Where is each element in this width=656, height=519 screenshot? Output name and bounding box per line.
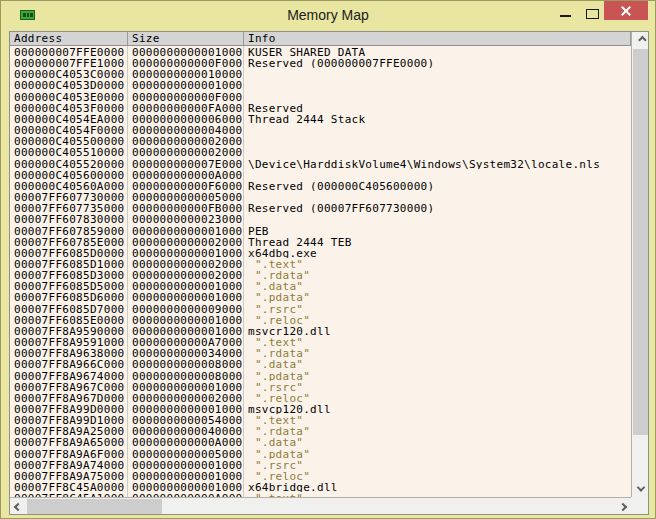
table-row[interactable]: 00007FF6085D60000000000000001000 ".pdata… bbox=[10, 291, 631, 302]
table-row[interactable]: 00007FF8A9A740000000000000001000 ".rsrc" bbox=[10, 459, 631, 470]
minimize-button[interactable] bbox=[560, 15, 571, 17]
table-row[interactable]: 000000C405600000000000000000A000 bbox=[10, 169, 631, 180]
scroll-down-button[interactable] bbox=[633, 481, 648, 497]
table-row[interactable]: 00007FF8A967D0000000000000002000 ".reloc… bbox=[10, 392, 631, 403]
table-row[interactable]: 000000007FFE00000000000000001000KUSER_SH… bbox=[10, 46, 631, 57]
table-row[interactable]: 00007FF8A9A250000000000000040000 ".rdata… bbox=[10, 425, 631, 436]
address-cell: 000000C4054EA000 bbox=[10, 113, 128, 124]
table-row[interactable]: 00007FF8A95900000000000000001000msvcr120… bbox=[10, 325, 631, 336]
table-row[interactable]: 00007FF8A9A6F0000000000000005000 ".pdata… bbox=[10, 448, 631, 459]
size-cell: 0000000000001000 bbox=[128, 247, 244, 258]
info-cell: ".reloc" bbox=[244, 314, 631, 325]
table-row[interactable]: 00007FF8A99D00000000000000001000msvcp120… bbox=[10, 403, 631, 414]
size-cell: 0000000000001000 bbox=[128, 79, 244, 90]
size-cell: 0000000000009000 bbox=[128, 303, 244, 314]
table-row[interactable]: 00007FF6085D30000000000000002000 ".rdata… bbox=[10, 269, 631, 280]
table-row[interactable]: 00007FF8A96740000000000000008000 ".pdata… bbox=[10, 370, 631, 381]
table-row[interactable]: 00007FF6085D00000000000000001000x64dbg.e… bbox=[10, 247, 631, 258]
column-header-size[interactable]: Size bbox=[128, 32, 244, 45]
info-cell: ".text" bbox=[244, 414, 631, 425]
table-row[interactable]: 000000C4054EA0000000000000006000Thread 2… bbox=[10, 113, 631, 124]
table-row[interactable]: 00007FF6077300000000000000005000 bbox=[10, 191, 631, 202]
table-row[interactable]: 00007FF8A99D10000000000000054000 ".text" bbox=[10, 414, 631, 425]
info-cell: ".rdata" bbox=[244, 425, 631, 436]
table-row[interactable]: 000000C4053D00000000000000001000 bbox=[10, 79, 631, 90]
size-cell: 00000000000F6000 bbox=[128, 180, 244, 191]
info-cell bbox=[244, 146, 631, 157]
address-cell: 00007FF6085D5000 bbox=[10, 280, 128, 291]
size-cell: 0000000000040000 bbox=[128, 425, 244, 436]
size-cell: 0000000000004000 bbox=[128, 124, 244, 135]
info-cell: PEB bbox=[244, 225, 631, 236]
table-row[interactable]: 00007FF8A966C0000000000000008000 ".data" bbox=[10, 358, 631, 369]
table-row[interactable]: 000000C4055100000000000000002000 bbox=[10, 146, 631, 157]
size-cell: 000000000000A000 bbox=[128, 169, 244, 180]
scroll-up-button[interactable] bbox=[633, 32, 648, 48]
chevron-right-icon bbox=[619, 502, 627, 510]
address-cell: 000000C405510000 bbox=[10, 146, 128, 157]
size-cell: 0000000000002000 bbox=[128, 135, 244, 146]
table-row[interactable]: 00007FF6078300000000000000023000 bbox=[10, 213, 631, 224]
column-header-info[interactable]: Info bbox=[244, 32, 631, 45]
table-row[interactable]: 00007FF8A96380000000000000034000 ".rdata… bbox=[10, 347, 631, 358]
table-row[interactable]: 00007FF6085D10000000000000002000 ".text" bbox=[10, 258, 631, 269]
address-cell: 000000007FFE0000 bbox=[10, 46, 128, 57]
close-button[interactable] bbox=[604, 1, 648, 20]
info-cell: Reserved (000000C405600000) bbox=[244, 180, 631, 191]
address-cell: 00007FF8A967C000 bbox=[10, 381, 128, 392]
horizontal-scrollbar[interactable] bbox=[10, 497, 631, 514]
info-cell: ".data" bbox=[244, 280, 631, 291]
address-cell: 000000C4053D0000 bbox=[10, 79, 128, 90]
address-cell: 000000007FFE1000 bbox=[10, 57, 128, 68]
table-row[interactable]: 00007FF60773500000000000000FB000Reserved… bbox=[10, 202, 631, 213]
address-cell: 00007FF60785E000 bbox=[10, 236, 128, 247]
address-cell: 00007FF607730000 bbox=[10, 191, 128, 202]
table-row[interactable]: 00007FF6078590000000000000001000PEB bbox=[10, 225, 631, 236]
table-row[interactable]: 00007FF8A959100000000000000A7000 ".text" bbox=[10, 336, 631, 347]
table-row[interactable]: 00007FF8A9A65000000000000000A000 ".data" bbox=[10, 436, 631, 447]
table-row[interactable]: 00007FF8A9A750000000000000001000 ".reloc… bbox=[10, 470, 631, 481]
info-cell bbox=[244, 213, 631, 224]
address-cell: 00007FF8A9591000 bbox=[10, 336, 128, 347]
table-row[interactable]: 00007FF8A967C0000000000000001000 ".rsrc" bbox=[10, 381, 631, 392]
info-cell bbox=[244, 135, 631, 146]
horizontal-scrollbar-thumb[interactable] bbox=[27, 499, 162, 514]
maximize-button[interactable] bbox=[586, 9, 599, 19]
info-cell: x64bridge.dll bbox=[244, 481, 631, 492]
table-row[interactable]: 000000C4053E0000000000000000F000 bbox=[10, 91, 631, 102]
table-row[interactable]: 000000C4055000000000000000002000 bbox=[10, 135, 631, 146]
info-cell: ".text" bbox=[244, 258, 631, 269]
table-row[interactable]: 00007FF60785E0000000000000002000Thread 2… bbox=[10, 236, 631, 247]
info-cell: ".data" bbox=[244, 358, 631, 369]
chevron-up-icon bbox=[638, 36, 646, 44]
size-cell: 0000000000002000 bbox=[128, 236, 244, 247]
size-cell: 0000000000002000 bbox=[128, 146, 244, 157]
address-cell: 000000C4053E0000 bbox=[10, 91, 128, 102]
address-cell: 00007FF8A9638000 bbox=[10, 347, 128, 358]
info-cell bbox=[244, 91, 631, 102]
table-row[interactable]: 000000C405520000000000000007E000\Device\… bbox=[10, 158, 631, 169]
table-row[interactable]: 00007FF6085D50000000000000001000 ".data" bbox=[10, 280, 631, 291]
scroll-left-button[interactable] bbox=[10, 499, 26, 514]
table-row[interactable]: 00007FF6085E00000000000000001000 ".reloc… bbox=[10, 314, 631, 325]
table-row[interactable]: 000000C40560A00000000000000F6000Reserved… bbox=[10, 180, 631, 191]
vertical-scrollbar[interactable] bbox=[631, 32, 648, 497]
table-row[interactable]: 000000C4053C00000000000000010000 bbox=[10, 68, 631, 79]
vertical-scrollbar-thumb[interactable] bbox=[633, 49, 648, 435]
table-row[interactable]: 00007FF8C45A00000000000000001000x64bridg… bbox=[10, 481, 631, 492]
scroll-right-button[interactable] bbox=[615, 499, 631, 514]
info-cell: ".rsrc" bbox=[244, 459, 631, 470]
info-cell: ".rsrc" bbox=[244, 381, 631, 392]
memory-map-table: Address Size Info 000000007FFE0000000000… bbox=[10, 32, 631, 497]
address-cell: 00007FF8C45A0000 bbox=[10, 481, 128, 492]
table-row[interactable]: 000000C4053F000000000000000FA000Reserved bbox=[10, 102, 631, 113]
table-row[interactable]: 000000C4054F00000000000000004000 bbox=[10, 124, 631, 135]
titlebar[interactable]: Memory Map bbox=[1, 1, 655, 31]
info-cell: Thread 2444 TEB bbox=[244, 236, 631, 247]
info-cell: ".pdata" bbox=[244, 448, 631, 459]
column-header-address[interactable]: Address bbox=[10, 32, 128, 45]
table-row[interactable]: 00007FF6085D70000000000000009000 ".rsrc" bbox=[10, 303, 631, 314]
table-row[interactable]: 000000007FFE1000000000000000F000Reserved… bbox=[10, 57, 631, 68]
size-cell: 0000000000010000 bbox=[128, 68, 244, 79]
info-cell: x64dbg.exe bbox=[244, 247, 631, 258]
